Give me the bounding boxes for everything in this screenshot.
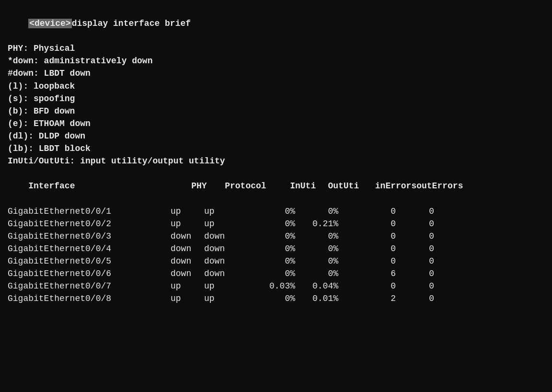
prompt-line: <device>display interface brief <box>8 5 544 42</box>
table-row: GigabitEthernet0/0/4downdown0%0%00 <box>8 242 544 255</box>
legend-loopback: (l): loopback <box>8 80 544 92</box>
legend-inuti-oututi: InUti/OutUti: input utility/output utili… <box>8 155 544 167</box>
table-row: GigabitEthernet0/0/2upup0%0.21%00 <box>8 218 544 230</box>
legend-lbdt-block: (lb): LBDT block <box>8 142 544 155</box>
cell-outerrors: 0 <box>396 230 434 242</box>
cell-oututi: 0% <box>295 255 338 267</box>
cell-interface: GigabitEthernet0/0/2 <box>8 218 171 230</box>
cell-oututi: 0.21% <box>295 218 338 230</box>
cell-inerrors: 0 <box>338 255 396 267</box>
cell-interface: GigabitEthernet0/0/3 <box>8 230 171 242</box>
cell-phy: down <box>171 230 204 242</box>
cell-oututi: 0% <box>295 267 338 280</box>
legend-bfd: (b): BFD down <box>8 105 544 117</box>
table-body: GigabitEthernet0/0/1upup0%0%00GigabitEth… <box>8 205 544 305</box>
table-row: GigabitEthernet0/0/6downdown0%0%60 <box>8 267 544 280</box>
cell-oututi: 0% <box>295 242 338 255</box>
cell-interface: GigabitEthernet0/0/5 <box>8 255 171 267</box>
cell-phy: down <box>171 242 204 255</box>
table-row: GigabitEthernet0/0/7upup0.03%0.04%00 <box>8 280 544 292</box>
cell-outerrors: 0 <box>396 205 434 218</box>
cell-interface: GigabitEthernet0/0/8 <box>8 292 171 305</box>
cell-oututi: 0.01% <box>295 292 338 305</box>
cell-protocol: down <box>204 230 257 242</box>
cell-protocol: up <box>204 205 257 218</box>
cell-protocol: up <box>204 292 257 305</box>
table-row: GigabitEthernet0/0/5downdown0%0%00 <box>8 255 544 267</box>
legend-phy: PHY: Physical <box>8 42 544 55</box>
legend-down-admin: *down: administratively down <box>8 55 544 67</box>
table-row: GigabitEthernet0/0/3downdown0%0%00 <box>8 230 544 242</box>
cell-inuti: 0% <box>257 218 295 230</box>
legend-ethoam: (e): ETHOAM down <box>8 117 544 130</box>
col-header-inerrors: inErrors <box>359 180 416 192</box>
cell-outerrors: 0 <box>396 218 434 230</box>
cell-phy: up <box>171 205 204 218</box>
terminal-container: <device>display interface brief PHY: Phy… <box>8 5 544 305</box>
cell-oututi: 0% <box>295 205 338 218</box>
cell-inuti: 0% <box>257 230 295 242</box>
col-header-interface: Interface <box>28 180 191 192</box>
col-header-phy: PHY <box>191 180 225 192</box>
cell-inuti: 0% <box>257 205 295 218</box>
legend-dldp: (dl): DLDP down <box>8 130 544 142</box>
cell-oututi: 0% <box>295 230 338 242</box>
cell-protocol: up <box>204 280 257 292</box>
cell-inerrors: 0 <box>338 230 396 242</box>
cell-inerrors: 6 <box>338 267 396 280</box>
cell-outerrors: 0 <box>396 292 434 305</box>
device-name: <device> <box>28 19 71 28</box>
cell-inerrors: 2 <box>338 292 396 305</box>
col-header-oututi: OutUti <box>316 180 359 192</box>
cell-inuti: 0.03% <box>257 280 295 292</box>
table-row: GigabitEthernet0/0/1upup0%0%00 <box>8 205 544 218</box>
cell-inuti: 0% <box>257 242 295 255</box>
cell-phy: down <box>171 255 204 267</box>
cell-outerrors: 0 <box>396 255 434 267</box>
cell-outerrors: 0 <box>396 242 434 255</box>
cell-oututi: 0.04% <box>295 280 338 292</box>
cell-phy: up <box>171 218 204 230</box>
cell-phy: down <box>171 267 204 280</box>
cell-protocol: down <box>204 255 257 267</box>
legend-down-lbdt: #down: LBDT down <box>8 67 544 80</box>
cell-inuti: 0% <box>257 255 295 267</box>
legend-spoofing: (s): spoofing <box>8 92 544 105</box>
cell-interface: GigabitEthernet0/0/1 <box>8 205 171 218</box>
cell-inuti: 0% <box>257 267 295 280</box>
cell-interface: GigabitEthernet0/0/6 <box>8 267 171 280</box>
cell-protocol: up <box>204 218 257 230</box>
cell-inuti: 0% <box>257 292 295 305</box>
cell-inerrors: 0 <box>338 280 396 292</box>
cell-protocol: down <box>204 242 257 255</box>
cell-phy: up <box>171 292 204 305</box>
cell-inerrors: 0 <box>338 218 396 230</box>
cell-interface: GigabitEthernet0/0/7 <box>8 280 171 292</box>
cell-phy: up <box>171 280 204 292</box>
cell-protocol: down <box>204 267 257 280</box>
cell-interface: GigabitEthernet0/0/4 <box>8 242 171 255</box>
cell-outerrors: 0 <box>396 280 434 292</box>
cell-outerrors: 0 <box>396 267 434 280</box>
col-header-protocol: Protocol <box>225 180 277 192</box>
command-text: display interface brief <box>72 19 191 28</box>
cell-inerrors: 0 <box>338 205 396 218</box>
table-row: GigabitEthernet0/0/8upup0%0.01%20 <box>8 292 544 305</box>
table-header-row: InterfacePHYProtocolInUtiOutUtiinErrorso… <box>8 167 544 205</box>
col-header-outerrors: outErrors <box>416 180 455 192</box>
col-header-inuti: InUti <box>277 180 316 192</box>
cell-inerrors: 0 <box>338 242 396 255</box>
